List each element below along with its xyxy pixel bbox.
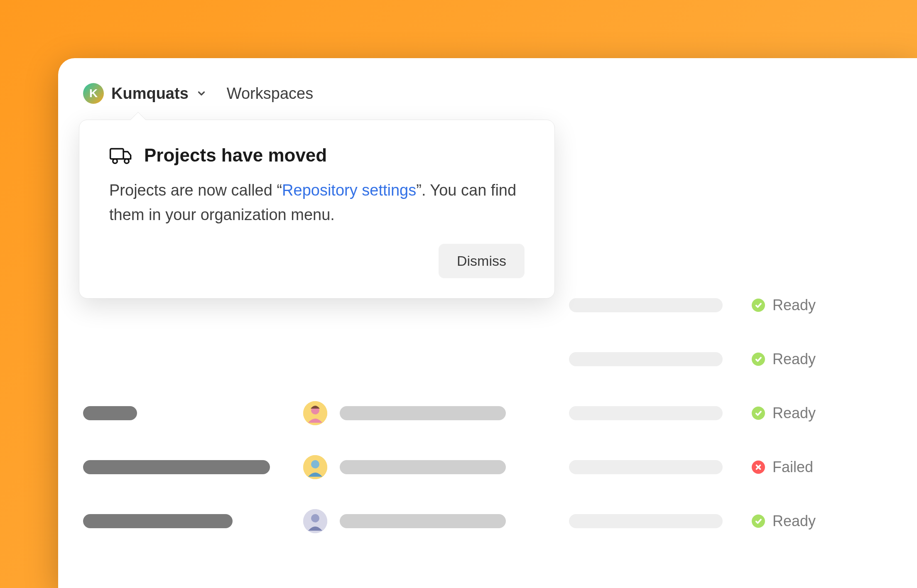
status-label: Ready (772, 512, 816, 530)
cell-status: Failed (752, 458, 813, 476)
popover-body: Projects are now called “Repository sett… (109, 178, 525, 227)
org-name-label: Kumquats (111, 85, 189, 103)
app-window: K Kumquats Workspaces Projects have move… (58, 58, 917, 588)
skeleton-bar (569, 514, 723, 528)
popover-body-prefix: Projects are now called “ (109, 181, 282, 199)
cell-meta (569, 406, 727, 420)
skeleton-bar (569, 352, 723, 366)
top-bar: K Kumquats Workspaces Projects have move… (83, 83, 892, 104)
chevron-down-icon (196, 88, 207, 99)
status-label: Failed (772, 458, 813, 476)
cell-user (303, 455, 544, 479)
skeleton-bar (340, 406, 506, 420)
check-circle-icon (752, 407, 765, 420)
cell-meta (569, 352, 727, 366)
skeleton-bar (83, 514, 233, 528)
dismiss-button[interactable]: Dismiss (439, 244, 525, 278)
skeleton-bar (340, 514, 506, 528)
cell-name (83, 406, 278, 420)
cell-user (303, 401, 544, 425)
skeleton-bar (569, 298, 723, 312)
skeleton-bar (83, 460, 270, 474)
cell-meta (569, 298, 727, 312)
popover-title: Projects have moved (144, 145, 327, 166)
status-label: Ready (772, 404, 816, 422)
x-circle-icon (752, 461, 765, 474)
svg-rect-0 (110, 149, 124, 159)
workspace-table: Ready Ready (83, 278, 892, 548)
check-circle-icon (752, 353, 765, 366)
status-label: Ready (772, 350, 816, 368)
status-label: Ready (772, 296, 816, 314)
cell-user (303, 509, 544, 533)
org-avatar: K (83, 83, 104, 104)
cell-meta (569, 460, 727, 474)
skeleton-bar (569, 460, 723, 474)
org-switcher[interactable]: K Kumquats (83, 83, 207, 104)
popover-header: Projects have moved (109, 145, 525, 166)
user-avatar (303, 455, 327, 479)
nav-workspaces[interactable]: Workspaces (227, 85, 313, 103)
table-row: Ready (83, 386, 892, 440)
svg-point-1 (113, 159, 118, 164)
cell-status: Ready (752, 350, 816, 368)
check-circle-icon (752, 514, 765, 528)
cell-name (83, 460, 278, 474)
table-row: Ready (83, 332, 892, 386)
cell-status: Ready (752, 512, 816, 530)
cell-name (83, 514, 278, 528)
org-avatar-initial: K (89, 87, 98, 100)
skeleton-bar (83, 406, 137, 420)
cell-meta (569, 514, 727, 528)
popover-actions: Dismiss (109, 244, 525, 278)
user-avatar (303, 509, 327, 533)
svg-point-6 (311, 460, 319, 468)
info-popover: Projects have moved Projects are now cal… (79, 120, 555, 299)
svg-point-2 (125, 159, 129, 164)
skeleton-bar (340, 460, 506, 474)
truck-icon (109, 146, 132, 165)
cell-status: Ready (752, 296, 816, 314)
svg-point-10 (311, 514, 319, 522)
user-avatar (303, 401, 327, 425)
skeleton-bar (569, 406, 723, 420)
table-row: Ready (83, 494, 892, 548)
cell-status: Ready (752, 404, 816, 422)
repository-settings-link[interactable]: Repository settings (282, 181, 416, 199)
table-row: Failed (83, 440, 892, 494)
check-circle-icon (752, 299, 765, 312)
